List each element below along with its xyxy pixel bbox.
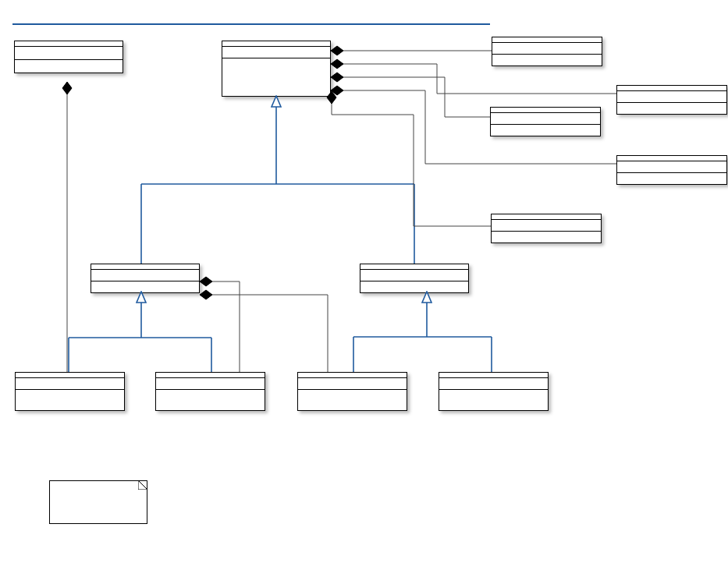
- class-suite: [15, 372, 125, 411]
- svg-marker-18: [331, 46, 343, 55]
- svg-marker-41: [200, 290, 212, 299]
- class-name: [156, 373, 265, 378]
- class-name: [617, 156, 726, 161]
- class-node: [222, 41, 331, 97]
- class-alias: [439, 372, 549, 411]
- class-name: [439, 373, 548, 378]
- class-name: [492, 37, 602, 43]
- class-name: [298, 373, 407, 378]
- class-name: [91, 264, 199, 270]
- svg-marker-26: [331, 73, 343, 82]
- svg-marker-22: [331, 59, 343, 69]
- class-def: [14, 41, 123, 73]
- uml-note: [49, 480, 147, 524]
- class-meter: [616, 85, 727, 115]
- svg-marker-38: [200, 277, 212, 286]
- class-name: [617, 86, 726, 91]
- class-event-2: [490, 107, 601, 136]
- class-name: [15, 41, 123, 47]
- class-name: [222, 41, 330, 47]
- class-name: [16, 373, 124, 378]
- class-nodecontainer: [91, 264, 200, 293]
- class-family: [155, 372, 265, 411]
- class-name: [492, 214, 601, 220]
- class-event-1: [492, 37, 602, 66]
- class-repeat: [491, 214, 602, 243]
- class-submittable: [360, 264, 469, 293]
- svg-marker-16: [62, 82, 72, 94]
- class-label: [616, 155, 727, 185]
- svg-marker-30: [331, 86, 343, 95]
- title-underline: [12, 23, 490, 25]
- class-name: [491, 108, 600, 113]
- class-name: [360, 264, 468, 270]
- class-task: [297, 372, 407, 411]
